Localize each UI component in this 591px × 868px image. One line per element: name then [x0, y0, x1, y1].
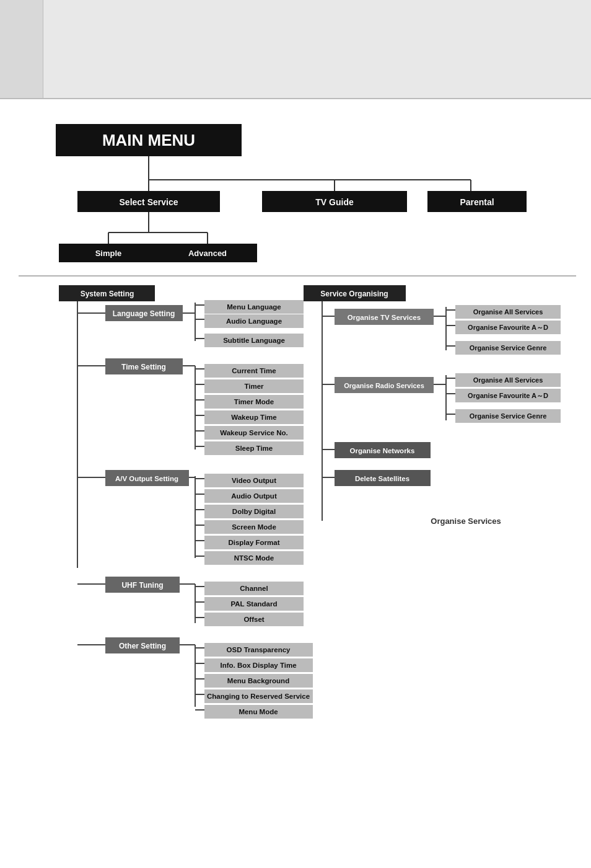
- top-bar: [0, 0, 591, 99]
- advanced-label: Advanced: [188, 249, 227, 258]
- timer-mode-item: Timer Mode: [234, 398, 274, 405]
- organise-fav-tv-item: Organise Favourite A～D: [468, 324, 548, 331]
- parental-label: Parental: [460, 197, 494, 207]
- system-setting-label: System Setting: [81, 290, 134, 298]
- sidebar-decoration: [0, 0, 43, 98]
- organise-networks-label: Organise Networks: [350, 447, 415, 454]
- simple-label: Simple: [95, 249, 122, 258]
- delete-satellites-label: Delete Satellites: [355, 475, 409, 482]
- display-format-item: Display Format: [228, 539, 279, 546]
- sleep-time-item: Sleep Time: [235, 445, 273, 452]
- av-output-label: A/V Output Setting: [115, 475, 178, 482]
- ntsc-mode-item: NTSC Mode: [234, 554, 274, 562]
- subtitle-language-item: Subtitle Language: [223, 337, 285, 344]
- changing-reserved-item: Changing to Reserved Service: [207, 693, 310, 700]
- menu-mode-item: Menu Mode: [239, 708, 278, 715]
- menu-tree-diagram: MAIN MENU Select Service TV Guide Parent…: [19, 118, 576, 831]
- pal-standard-item: PAL Standard: [231, 600, 278, 608]
- page-wrapper: MAIN MENU Select Service TV Guide Parent…: [0, 0, 591, 868]
- language-setting-label: Language Setting: [113, 309, 175, 318]
- channel-item: Channel: [240, 585, 268, 592]
- screen-mode-item: Screen Mode: [232, 523, 276, 531]
- video-output-item: Video Output: [232, 477, 276, 484]
- main-menu-title: MAIN MENU: [102, 131, 195, 149]
- offset-item: Offset: [243, 616, 264, 623]
- organise-fav-radio-item: Organise Favourite A～D: [468, 392, 548, 399]
- uhf-tuning-label: UHF Tuning: [121, 581, 163, 590]
- organise-genre-radio-item: Organise Service Genre: [470, 412, 547, 420]
- time-setting-label: Time Setting: [121, 363, 166, 371]
- current-time-item: Current Time: [232, 367, 276, 374]
- select-service-label: Select Service: [120, 197, 178, 207]
- organise-radio-label: Organise Radio Services: [344, 382, 424, 389]
- timer-item: Timer: [244, 383, 264, 390]
- organise-tv-label: Organise TV Services: [348, 314, 421, 321]
- menu-language-item: Menu Language: [227, 303, 281, 311]
- menu-background-item: Menu Background: [227, 677, 289, 684]
- service-organising-label: Service Organising: [320, 290, 388, 298]
- organise-genre-tv-item: Organise Service Genre: [470, 344, 547, 352]
- organise-services-label: Organise Services: [431, 516, 501, 526]
- info-box-item: Info. Box Display Time: [220, 662, 296, 669]
- audio-output-item: Audio Output: [231, 492, 277, 500]
- osd-transparency-item: OSD Transparency: [227, 646, 291, 653]
- dolby-digital-item: Dolby Digital: [232, 508, 276, 515]
- content-area: MAIN MENU Select Service TV Guide Parent…: [0, 99, 591, 852]
- wakeup-time-item: Wakeup Time: [231, 414, 277, 421]
- audio-language-item: Audio Language: [226, 317, 282, 325]
- tv-guide-label: TV Guide: [315, 197, 354, 207]
- organise-all-tv-item: Organise All Services: [473, 308, 543, 316]
- other-setting-label: Other Setting: [119, 642, 166, 650]
- organise-all-radio-item: Organise All Services: [473, 376, 543, 384]
- wakeup-service-item: Wakeup Service No.: [220, 429, 288, 436]
